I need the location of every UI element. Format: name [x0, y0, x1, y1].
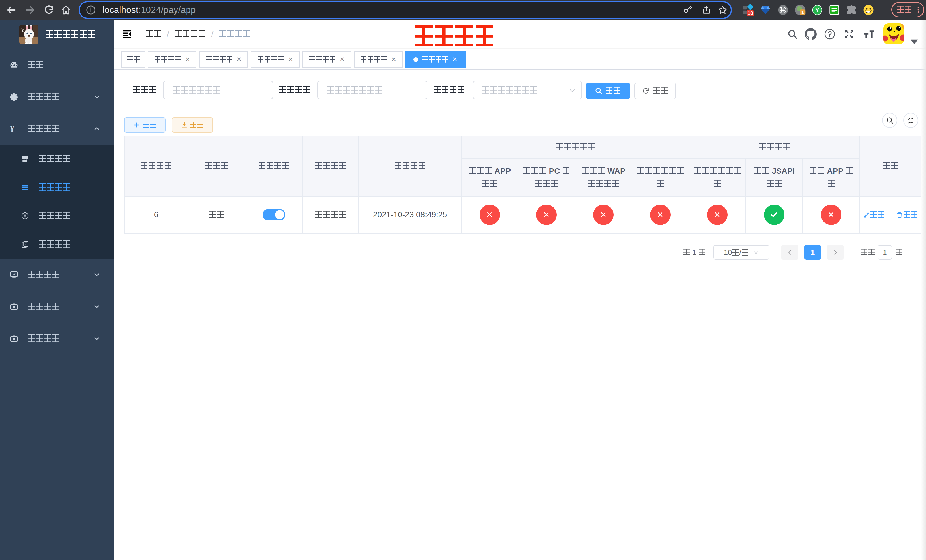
svg-text:1: 1 [801, 10, 804, 15]
svg-text:Y: Y [815, 6, 820, 14]
svg-text:10: 10 [747, 10, 753, 16]
